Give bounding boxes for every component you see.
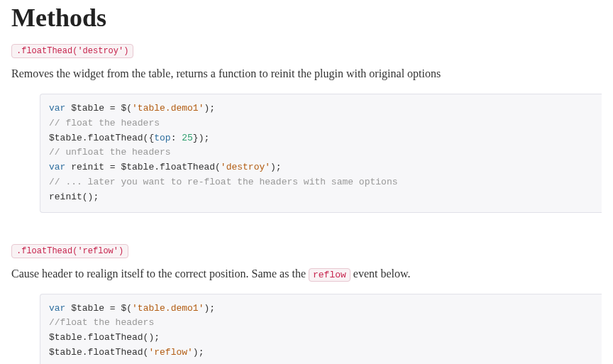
code-token: 'destroy' <box>221 162 270 172</box>
code-token: ); <box>270 162 282 172</box>
code-token: var <box>49 303 65 314</box>
method-description: Cause header to realign itself to the co… <box>11 265 602 282</box>
inline-code: reflow <box>309 268 350 282</box>
code-token: ); <box>204 303 215 314</box>
description-text: event below. <box>350 268 411 280</box>
code-token: // unfloat the headers <box>49 147 171 158</box>
code-token: // ... later you want to re-float the he… <box>49 177 397 187</box>
code-token: var <box>49 103 65 114</box>
code-token: //float the headers <box>49 317 154 328</box>
description-text: Cause header to realign itself to the co… <box>11 268 309 280</box>
method-label: .floatThead('destroy') <box>11 44 133 58</box>
code-token: $table = $( <box>65 303 132 314</box>
method-description: Removes the widget from the table, retur… <box>11 65 602 82</box>
code-block: var $table = $('table.demo1'); // float … <box>40 94 602 213</box>
code-token: $table.floatThead(); <box>49 332 160 343</box>
code-token: var <box>49 162 65 172</box>
code-token: ); <box>193 347 204 358</box>
code-token: $table = $( <box>65 103 132 114</box>
code-block: var $table = $('table.demo1'); //float t… <box>40 294 602 364</box>
code-token: $table.floatThead( <box>49 347 148 358</box>
code-token: 'table.demo1' <box>132 303 204 314</box>
code-token: top <box>154 133 170 143</box>
page-title: Methods <box>11 3 602 33</box>
code-token: : <box>171 133 182 143</box>
method-section: .floatThead('destroy')Removes the widget… <box>11 41 602 213</box>
code-token: // float the headers <box>49 118 160 128</box>
code-token: 'reflow' <box>148 347 192 358</box>
code-token: }); <box>193 133 209 143</box>
description-text: Removes the widget from the table, retur… <box>11 67 441 79</box>
code-token: 'table.demo1' <box>132 103 204 114</box>
code-token: reinit = $table.floatThead( <box>65 162 220 172</box>
code-token: ); <box>204 103 215 114</box>
method-label: .floatThead('reflow') <box>11 244 128 258</box>
method-section: .floatThead('reflow')Cause header to rea… <box>11 241 602 364</box>
code-token: reinit(); <box>49 192 99 202</box>
code-token: $table.floatThead({ <box>49 133 154 143</box>
code-token: 25 <box>182 133 193 143</box>
